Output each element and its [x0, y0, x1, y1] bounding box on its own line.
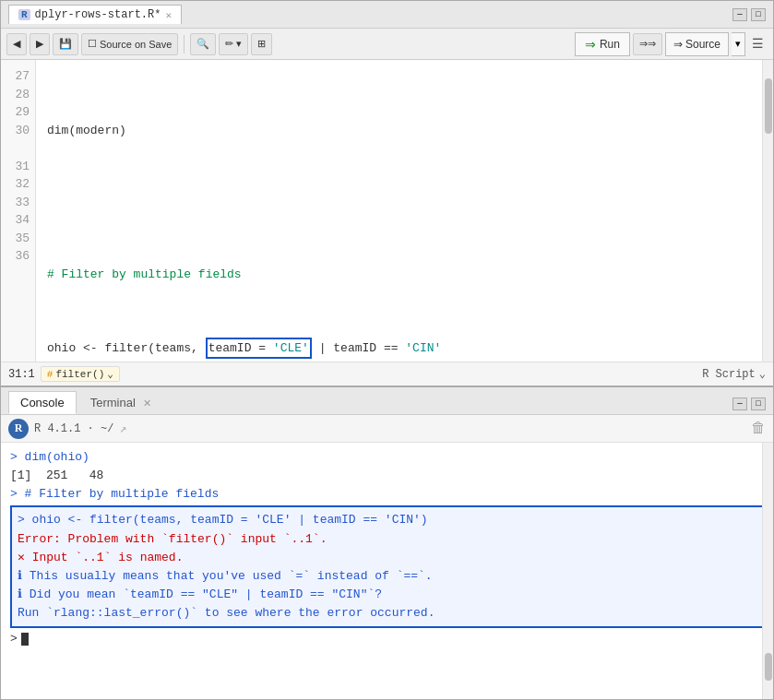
error-block: > ohio <- filter(teams, teamID = 'CLE' |… — [10, 505, 764, 628]
main-window: R dplyr-rows-start.R* ✕ — □ ◀ ▶ 💾 ☐ Sour… — [0, 0, 774, 700]
console-minimize-button[interactable]: — — [732, 397, 747, 410]
console-prompt[interactable]: > — [10, 630, 764, 648]
tab-terminal[interactable]: Terminal ✕ — [78, 391, 164, 414]
source-dropdown-button[interactable]: ▾ — [732, 32, 745, 56]
minimize-button[interactable]: — — [732, 8, 747, 21]
error-line-3: ✕ Input `..1` is named. — [18, 549, 756, 567]
toolbar-separator-1 — [184, 35, 185, 53]
cursor-position: 31:1 — [8, 368, 35, 381]
maximize-button[interactable]: □ — [751, 8, 766, 21]
hash-icon: # — [47, 369, 54, 380]
forward-button[interactable]: ▶ — [30, 33, 50, 55]
console-window-controls: — □ — [732, 397, 766, 414]
highlighted-text: teamID = 'CLE' — [206, 338, 312, 360]
checkbox-icon: ☐ — [88, 38, 97, 50]
window-controls: — □ — [732, 8, 766, 21]
tab-console[interactable]: Console — [8, 391, 77, 414]
source-on-save-checkbox[interactable]: ☐ Source on Save — [81, 33, 178, 55]
title-bar: R dplyr-rows-start.R* ✕ — □ — [1, 1, 773, 29]
error-line-1: > ohio <- filter(teams, teamID = 'CLE' |… — [18, 511, 756, 529]
script-type: R Script ⌄ — [702, 367, 766, 381]
run-button[interactable]: ⇒ Run — [575, 32, 630, 56]
editor-content[interactable]: 27 28 29 30 31 32 33 34 35 36 dim(modern… — [1, 60, 773, 362]
file-tab-label: dplyr-rows-start.R* — [35, 8, 161, 21]
code-string: 'CIN' — [405, 339, 441, 358]
error-line-6: Run `rlang::last_error()` to see where t… — [18, 604, 756, 623]
source-arrow-icon: ⇒ — [673, 38, 683, 51]
code-comment: # Filter by multiple fields — [47, 266, 242, 284]
script-type-chevron[interactable]: ⌄ — [759, 367, 766, 381]
code-text: dim(modern) — [47, 122, 126, 140]
console-section: Console Terminal ✕ — □ R R 4.1.1 · ~/ ↗ … — [1, 386, 773, 699]
source-button[interactable]: ⇒ Source — [665, 32, 729, 56]
file-tab-close[interactable]: ✕ — [165, 9, 172, 21]
console-maximize-button[interactable]: □ — [751, 397, 766, 410]
save-button[interactable]: 💾 — [53, 33, 78, 55]
visual-mode-button[interactable]: ⊞ — [251, 33, 272, 55]
console-cursor — [21, 633, 29, 646]
scrollbar-thumb[interactable] — [765, 78, 772, 134]
editor-container: 27 28 29 30 31 32 33 34 35 36 dim(modern… — [1, 60, 773, 386]
error-line-2: Error: Problem with `filter()` input `..… — [18, 530, 756, 549]
chevron-down-icon[interactable]: ⌄ — [107, 368, 113, 380]
file-tab[interactable]: R dplyr-rows-start.R* ✕ — [8, 5, 182, 24]
function-indicator: # filter() ⌄ — [41, 366, 120, 382]
terminal-tab-close[interactable]: ✕ — [143, 397, 151, 409]
editor-toolbar: ◀ ▶ 💾 ☐ Source on Save 🔍 ✏ ▾ ⊞ ⇒ Run ⇒⇒ … — [1, 29, 773, 60]
code-line-28 — [47, 194, 762, 212]
search-button[interactable]: 🔍 — [190, 33, 216, 55]
r-logo: R — [8, 419, 29, 439]
r-version: R 4.1.1 · ~/ — [34, 422, 113, 435]
code-line-30: ohio <- filter(teams, teamID = 'CLE' | t… — [47, 338, 762, 360]
re-run-button[interactable]: ⇒⇒ — [633, 33, 662, 55]
console-line-2: [1] 251 48 — [10, 467, 764, 485]
navigate-icon[interactable]: ↗ — [119, 421, 126, 436]
code-line-29: # Filter by multiple fields — [47, 266, 762, 284]
editor-status-bar: 31:1 # filter() ⌄ R Script ⌄ — [1, 362, 773, 386]
editor-scrollbar[interactable] — [762, 60, 773, 362]
console-scrollbar[interactable] — [762, 443, 773, 699]
console-line-1: > dim(ohio) — [10, 448, 764, 467]
prompt-symbol: > — [10, 630, 18, 648]
menu-button[interactable]: ☰ — [748, 36, 768, 52]
back-button[interactable]: ◀ — [6, 33, 27, 55]
error-line-4: ℹ This usually means that you've used `=… — [18, 567, 756, 586]
console-tabs: Console Terminal ✕ — □ — [1, 387, 773, 415]
code-line-27: dim(modern) — [47, 122, 762, 140]
code-editor[interactable]: dim(modern) # Filter by multiple fields … — [36, 60, 773, 362]
code-tools-button[interactable]: ✏ ▾ — [219, 33, 248, 55]
console-clear-button[interactable]: 🗑 — [751, 420, 766, 437]
r-file-icon: R — [18, 9, 30, 20]
console-toolbar: R R 4.1.1 · ~/ ↗ 🗑 — [1, 415, 773, 443]
run-arrow-icon: ⇒ — [585, 37, 596, 52]
code-text: ohio <- filter(teams, — [47, 339, 206, 358]
console-output[interactable]: > dim(ohio) [1] 251 48 > # Filter by mul… — [1, 443, 773, 699]
code-text: | teamID == — [312, 339, 405, 358]
error-line-5: ℹ Did you mean `teamID == "CLE" | teamID… — [18, 586, 756, 604]
console-line-3: > # Filter by multiple fields — [10, 485, 764, 504]
line-numbers: 27 28 29 30 31 32 33 34 35 36 — [1, 60, 36, 362]
console-scrollbar-thumb[interactable] — [765, 653, 772, 681]
